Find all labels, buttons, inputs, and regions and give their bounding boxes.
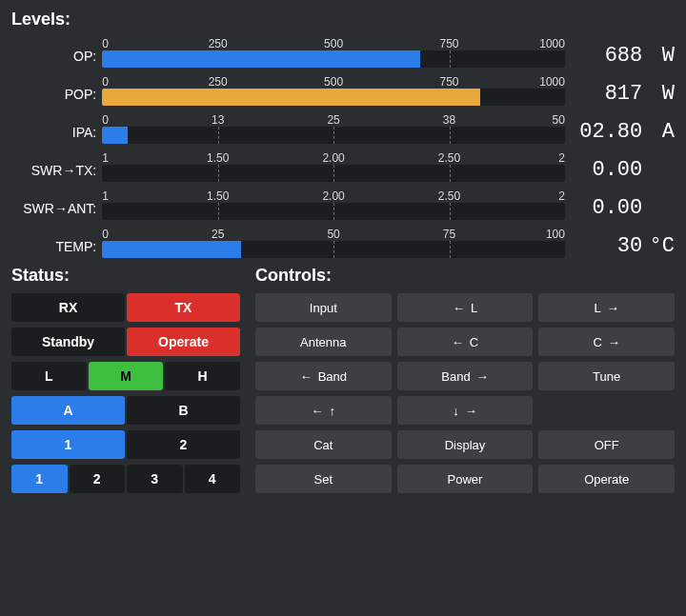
tick-label: 0 <box>102 113 109 127</box>
tick-label: 1.50 <box>207 189 229 203</box>
bar-fill <box>102 89 480 106</box>
tune-button[interactable]: Tune <box>538 362 675 390</box>
level-unit-op: W <box>646 44 675 68</box>
power-low-button[interactable]: L <box>11 362 87 390</box>
level-unit-pop: W <box>646 82 675 106</box>
level-value-swr_ant: 0.00 <box>565 196 646 220</box>
level-unit-ipa: A <box>646 120 675 144</box>
tick-label: 2.50 <box>438 151 460 165</box>
tick-label: 250 <box>209 75 228 89</box>
arrow-down-icon: ↓ <box>453 404 459 418</box>
preset-b-button[interactable]: B <box>127 396 240 425</box>
l-increment-button[interactable]: L→ <box>538 293 675 322</box>
level-bar-temp: 0255075100 <box>102 228 565 258</box>
arrow-right-icon: → <box>465 404 477 418</box>
arrow-right-icon: → <box>608 335 620 349</box>
standby-button[interactable]: Standby <box>11 328 125 356</box>
slot-1-button[interactable]: 1 <box>11 430 125 459</box>
bank-2-button[interactable]: 2 <box>70 465 126 493</box>
power-med-button[interactable]: M <box>89 362 164 390</box>
arrows-down-right-button[interactable]: ↓→ <box>397 396 534 425</box>
level-row-op: OP:02505007501000688W <box>11 37 675 68</box>
bank-1-button[interactable]: 1 <box>11 465 68 493</box>
tick-label: 25 <box>212 228 224 241</box>
level-value-op: 688 <box>565 44 646 68</box>
power-high-button[interactable]: H <box>165 362 240 390</box>
operate-button[interactable]: Operate <box>127 328 240 356</box>
antenna-button[interactable]: Antenna <box>255 328 392 356</box>
set-button[interactable]: Set <box>255 465 392 493</box>
level-label-op: OP: <box>11 49 102 68</box>
level-bar-op: 02505007501000 <box>102 37 565 68</box>
tick-label: 1.50 <box>207 151 229 165</box>
arrow-up-icon: ↑ <box>330 404 336 418</box>
levels-title: Levels: <box>11 10 675 30</box>
power-button[interactable]: Power <box>397 465 534 493</box>
arrows-left-up-button[interactable]: ←↑ <box>255 396 392 425</box>
tick-label: 2 <box>558 189 565 203</box>
tick-label: 500 <box>324 37 343 50</box>
level-bar-ipa: 013253850 <box>102 113 565 144</box>
c-increment-button[interactable]: C→ <box>538 328 675 356</box>
bar-fill <box>102 241 241 258</box>
arrow-right-icon: → <box>607 301 619 315</box>
level-label-ipa: IPA: <box>11 125 102 144</box>
tick-label: 1 <box>102 151 109 165</box>
tick-label: 100 <box>546 228 565 241</box>
c-decrement-button[interactable]: ←C <box>397 328 534 356</box>
band-up-button[interactable]: Band→ <box>397 362 534 390</box>
level-label-swr_ant: SWR→ANT: <box>11 201 102 220</box>
level-value-ipa: 02.80 <box>565 120 646 144</box>
tick-label: 38 <box>443 113 455 127</box>
tick-label: 250 <box>209 37 228 50</box>
tick-label: 0 <box>102 37 109 50</box>
preset-a-button[interactable]: A <box>11 396 125 425</box>
level-bar-swr_tx: 11.502.002.502 <box>102 151 565 182</box>
arrow-left-icon: ← <box>453 301 465 315</box>
l-decrement-button[interactable]: ←L <box>397 293 534 322</box>
tick-label: 1 <box>102 189 109 203</box>
level-label-swr_tx: SWR→TX: <box>11 163 102 182</box>
tick-label: 2.00 <box>322 189 344 203</box>
level-row-ipa: IPA:01325385002.80A <box>11 113 675 144</box>
cat-button[interactable]: Cat <box>255 430 392 459</box>
tick-label: 2.00 <box>322 151 344 165</box>
level-row-temp: TEMP:025507510030°C <box>11 228 675 258</box>
tick-label: 75 <box>443 228 455 241</box>
tick-label: 0 <box>102 75 109 89</box>
level-row-swr_ant: SWR→ANT:11.502.002.5020.00 <box>11 189 675 220</box>
tick-label: 1000 <box>539 75 565 89</box>
tick-label: 500 <box>324 75 343 89</box>
bank-4-button[interactable]: 4 <box>185 465 241 493</box>
bank-3-button[interactable]: 3 <box>127 465 183 493</box>
level-value-temp: 30 <box>565 234 646 258</box>
input-button[interactable]: Input <box>255 293 392 322</box>
arrow-left-icon: ← <box>312 404 324 418</box>
slot-2-button[interactable]: 2 <box>127 430 240 459</box>
controls-section: Controls: Input ←L L→ Antenna ←C C→ ←Ban… <box>255 266 675 499</box>
rx-button[interactable]: RX <box>11 293 125 322</box>
level-bar-pop: 02505007501000 <box>102 75 565 106</box>
tick-label: 13 <box>212 113 224 127</box>
band-down-button[interactable]: ←Band <box>255 362 392 390</box>
bar-fill <box>102 127 128 144</box>
status-title: Status: <box>11 266 240 286</box>
level-label-temp: TEMP: <box>11 239 102 258</box>
tick-label: 50 <box>553 113 565 127</box>
off-button[interactable]: OFF <box>538 430 675 459</box>
controls-title: Controls: <box>255 266 675 286</box>
tick-label: 750 <box>440 37 459 50</box>
level-value-swr_tx: 0.00 <box>565 158 646 182</box>
tick-label: 0 <box>102 228 109 241</box>
level-unit-temp: °C <box>646 234 675 258</box>
tick-label: 1000 <box>539 37 565 50</box>
status-section: Status: RX TX Standby Operate L M H A B … <box>11 266 240 499</box>
level-row-pop: POP:02505007501000817W <box>11 75 675 106</box>
bar-fill <box>102 50 420 68</box>
arrow-left-icon: ← <box>300 369 313 384</box>
levels-section: Levels: OP:02505007501000688WPOP:0250500… <box>11 10 675 258</box>
display-button[interactable]: Display <box>397 430 534 459</box>
tx-button[interactable]: TX <box>127 293 240 322</box>
tick-label: 50 <box>327 228 339 241</box>
operate-ctrl-button[interactable]: Operate <box>538 465 675 493</box>
